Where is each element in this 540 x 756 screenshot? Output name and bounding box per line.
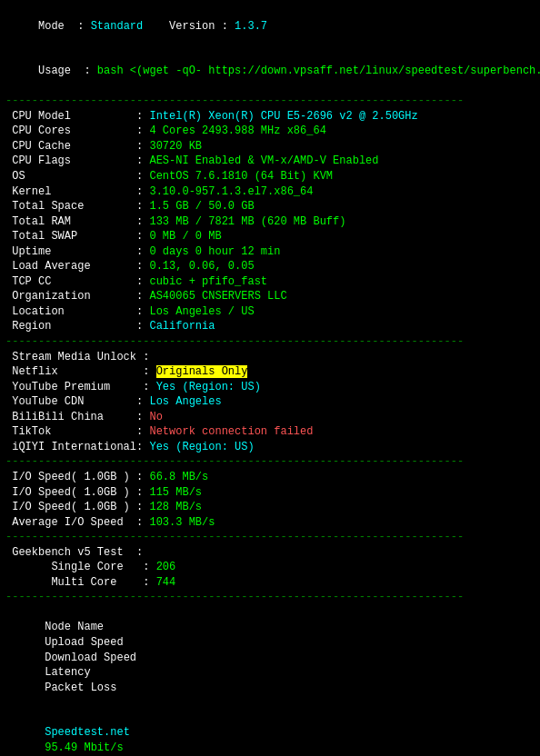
uptime-line: Uptime : 0 days 0 hour 12 min: [5, 244, 535, 260]
region-line: Region : California: [5, 319, 535, 334]
divider-4: ----------------------------------------…: [5, 530, 535, 545]
mode-label: Mode :: [32, 20, 91, 33]
iqiyi-line: iQIYI International: Yes (Region: US): [5, 440, 535, 455]
stream-header-line: Stream Media Unlock :: [5, 350, 535, 365]
io3-line: I/O Speed( 1.0GB ) : 128 MB/s: [5, 500, 535, 515]
table-row: Speedtest.net 95.49 Mbit/s 95.71 Mbit/s …: [5, 711, 535, 756]
location-line: Location : Los Angeles / US: [5, 304, 535, 320]
os-line: OS : CentOS 7.6.1810 (64 Bit) KVM: [5, 169, 535, 184]
cpu-model-line: CPU Model : Intel(R) Xeon(R) CPU E5-2696…: [5, 109, 535, 124]
version-value: 1.3.7: [235, 20, 267, 33]
speedtest-table-1: Node Name Upload Speed Download Speed La…: [5, 605, 535, 756]
youtube-cdn-line: YouTube CDN : Los Angeles: [5, 394, 535, 410]
terminal-output: Mode : Standard Version : 1.3.7 Usage : …: [5, 4, 535, 756]
avg-io-line: Average I/O Speed : 103.3 MB/s: [5, 515, 535, 531]
kernel-line: Kernel : 3.10.0-957.1.3.el7.x86_64: [5, 184, 535, 200]
divider-5: ----------------------------------------…: [5, 590, 535, 605]
divider-1: ----------------------------------------…: [5, 94, 535, 109]
total-swap-line: Total SWAP : 0 MB / 0 MB: [5, 229, 535, 244]
divider-3: ----------------------------------------…: [5, 454, 535, 470]
multi-core-line: Multi Core : 744: [5, 575, 535, 591]
load-avg-line: Load Average : 0.13, 0.06, 0.05: [5, 259, 535, 274]
tcp-cc-line: TCP CC : cubic + pfifo_fast: [5, 274, 535, 290]
total-ram-line: Total RAM : 133 MB / 7821 MB (620 MB Buf…: [5, 214, 535, 230]
total-space-line: Total Space : 1.5 GB / 50.0 GB: [5, 199, 535, 214]
tiktok-line: TikTok : Network connection failed: [5, 424, 535, 440]
usage-label: Usage :: [32, 65, 97, 77]
io1-line: I/O Speed( 1.0GB ) : 66.8 MB/s: [5, 470, 535, 485]
netflix-line: Netflix : Originals Only: [5, 364, 535, 380]
mode-value: Standard: [91, 20, 144, 33]
version-label: Version :: [143, 20, 235, 33]
cpu-flags-line: CPU Flags : AES-NI Enabled & VM-x/AMD-V …: [5, 154, 535, 169]
cpu-cache-line: CPU Cache : 30720 KB: [5, 139, 535, 154]
usage-line: Usage : bash <(wget -qO- https://down.vp…: [5, 49, 535, 94]
org-line: Organization : AS40065 CNSERVERS LLC: [5, 289, 535, 304]
geekbench-header: Geekbench v5 Test :: [5, 545, 535, 561]
cpu-cores-line: CPU Cores : 4 Cores 2493.988 MHz x86_64: [5, 124, 535, 139]
mode-line: Mode : Standard Version : 1.3.7: [5, 4, 535, 49]
speedtest-header-1: Node Name Upload Speed Download Speed La…: [5, 605, 535, 711]
usage-cmd: bash <(wget -qO- https://down.vpsaff.net…: [97, 65, 540, 77]
bilibili-line: BiliBili China : No: [5, 410, 535, 425]
single-core-line: Single Core : 206: [5, 560, 535, 575]
io2-line: I/O Speed( 1.0GB ) : 115 MB/s: [5, 485, 535, 501]
divider-2: ----------------------------------------…: [5, 334, 535, 350]
youtube-line: YouTube Premium : Yes (Region: US): [5, 380, 535, 395]
